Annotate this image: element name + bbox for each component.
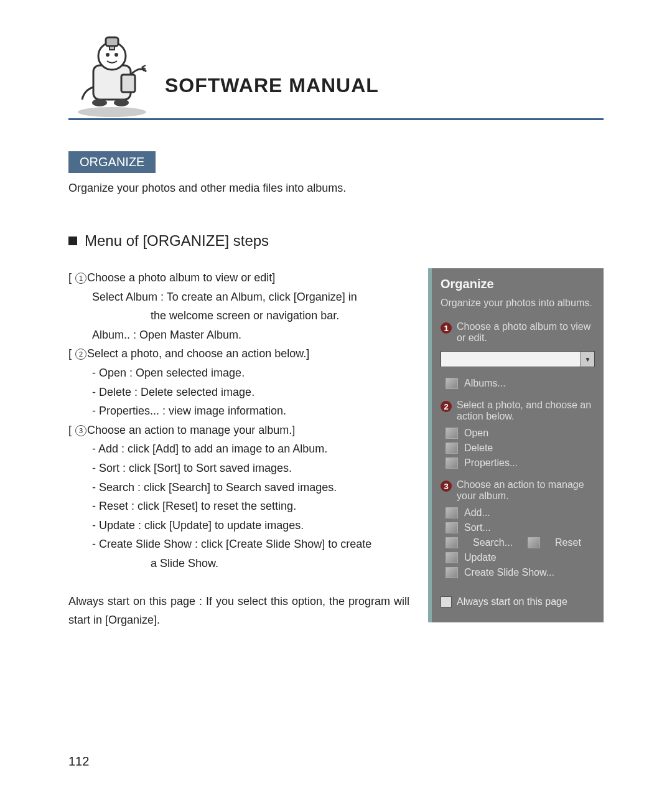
step3-line: - Sort : click [Sort] to Sort saved imag… bbox=[68, 459, 409, 478]
tile-icon bbox=[446, 507, 458, 518]
tile-icon bbox=[446, 378, 458, 389]
panel-item-label: Properties... bbox=[464, 457, 518, 469]
step1-line: Album.. : Open Master Album. bbox=[68, 326, 409, 345]
album-dropdown[interactable]: ▼ bbox=[441, 351, 595, 367]
panel-step1-head: 1 Choose a photo album to view or edit. bbox=[432, 320, 604, 347]
svg-point-8 bbox=[92, 99, 107, 106]
step-badge-icon: 3 bbox=[441, 480, 452, 492]
step1-line: the welcome screen or navigation bar. bbox=[68, 306, 409, 326]
svg-rect-5 bbox=[110, 46, 114, 50]
tile-icon bbox=[446, 537, 458, 548]
chevron-down-icon[interactable]: ▼ bbox=[581, 351, 595, 367]
page-number: 112 bbox=[68, 754, 89, 769]
svg-point-6 bbox=[106, 53, 110, 57]
circled-number-icon: 1 bbox=[75, 273, 86, 284]
subsection-heading: Menu of [ORGANIZE] steps bbox=[68, 232, 604, 250]
tile-icon bbox=[446, 457, 458, 469]
tile-icon bbox=[446, 443, 458, 454]
step3-line: - Add : click [Add] to add an image to a… bbox=[68, 439, 409, 459]
panel-item-search[interactable]: Search... bbox=[473, 537, 513, 548]
svg-rect-2 bbox=[121, 75, 135, 92]
tile-icon bbox=[446, 567, 458, 578]
panel-step3-head: 3 Choose an action to manage your album. bbox=[432, 478, 604, 505]
svg-point-9 bbox=[114, 99, 129, 106]
panel-item-label: Create Slide Show... bbox=[464, 567, 554, 578]
panel-step1-text: Choose a photo album to view or edit. bbox=[457, 321, 595, 344]
panel-item-create-slide-show[interactable]: Create Slide Show... bbox=[432, 565, 604, 580]
panel-item-properties[interactable]: Properties... bbox=[432, 456, 604, 471]
step2-line: - Open : Open selected image. bbox=[68, 363, 409, 383]
album-dropdown-field[interactable] bbox=[441, 351, 581, 367]
always-start-checkbox-row[interactable]: Always start on this page bbox=[432, 588, 604, 607]
step3-line: a Slide Show. bbox=[68, 554, 409, 573]
tile-icon bbox=[528, 537, 540, 548]
section-label: ORGANIZE bbox=[68, 151, 156, 173]
svg-point-0 bbox=[78, 107, 146, 117]
step1-line: Select Album : To create an Album, click… bbox=[68, 288, 409, 307]
panel-item-albums[interactable]: Albums... bbox=[432, 376, 604, 391]
panel-item-label: Sort... bbox=[464, 522, 491, 533]
panel-title: Organize bbox=[432, 268, 604, 298]
step-badge-icon: 1 bbox=[441, 322, 452, 334]
organize-panel-screenshot: Organize Organize your photos into album… bbox=[428, 268, 604, 622]
footer-paragraph: Always start on this page : If you selec… bbox=[68, 592, 409, 630]
step3-line: - Reset : click [Reset] to reset the set… bbox=[68, 497, 409, 516]
circled-number-icon: 2 bbox=[75, 349, 86, 360]
panel-item-open[interactable]: Open bbox=[432, 426, 604, 441]
panel-subtitle: Organize your photos into albums. bbox=[432, 298, 604, 320]
panel-step2-text: Select a photo, and choose an action bel… bbox=[457, 400, 595, 422]
step1-head: Choose a photo album to view or edit] bbox=[87, 271, 275, 284]
step-badge-icon: 2 bbox=[441, 401, 452, 412]
checkbox-icon[interactable] bbox=[441, 596, 452, 607]
always-start-label: Always start on this page bbox=[457, 596, 567, 607]
panel-item-delete[interactable]: Delete bbox=[432, 441, 604, 456]
intro-text: Organize your photos and other media fil… bbox=[68, 182, 604, 195]
panel-item-label: Add... bbox=[464, 507, 490, 518]
step3-line: - Update : click [Update] to update imag… bbox=[68, 516, 409, 535]
page-title: SOFTWARE MANUAL bbox=[165, 74, 379, 97]
step2-line: - Delete : Delete selected image. bbox=[68, 383, 409, 402]
panel-item-update[interactable]: Update bbox=[432, 550, 604, 565]
tile-icon bbox=[446, 522, 458, 533]
svg-point-7 bbox=[114, 53, 118, 57]
mascot-illustration bbox=[68, 31, 152, 118]
panel-item-search-reset-row: Search... Reset bbox=[432, 535, 604, 550]
panel-item-label: Albums... bbox=[464, 378, 506, 389]
step2-line: - Properties... : view image information… bbox=[68, 401, 409, 421]
square-bullet-icon bbox=[68, 237, 77, 245]
panel-item-label: Delete bbox=[464, 443, 493, 454]
panel-step3-text: Choose an action to manage your album. bbox=[457, 479, 595, 502]
panel-step2-head: 2 Select a photo, and choose an action b… bbox=[432, 398, 604, 426]
step3-line: - Search : click [Search] to Search save… bbox=[68, 478, 409, 497]
subsection-heading-text: Menu of [ORGANIZE] steps bbox=[85, 232, 269, 250]
panel-item-sort[interactable]: Sort... bbox=[432, 520, 604, 535]
panel-item-label: Open bbox=[464, 428, 488, 439]
svg-rect-4 bbox=[106, 37, 118, 46]
tile-icon bbox=[446, 552, 458, 563]
step3-head: Choose an action to manage your album.] bbox=[87, 424, 295, 436]
panel-item-reset[interactable]: Reset bbox=[555, 537, 581, 548]
step3-line: - Create Slide Show : click [Create Slid… bbox=[68, 535, 409, 554]
panel-item-add[interactable]: Add... bbox=[432, 505, 604, 520]
tile-icon bbox=[446, 428, 458, 439]
panel-item-label: Update bbox=[464, 552, 497, 563]
page-header: SOFTWARE MANUAL bbox=[68, 25, 604, 120]
circled-number-icon: 3 bbox=[75, 425, 86, 436]
instruction-text-column: [ 1Choose a photo album to view or edit]… bbox=[68, 268, 409, 630]
step2-head: Select a photo, and choose an action bel… bbox=[87, 347, 309, 360]
